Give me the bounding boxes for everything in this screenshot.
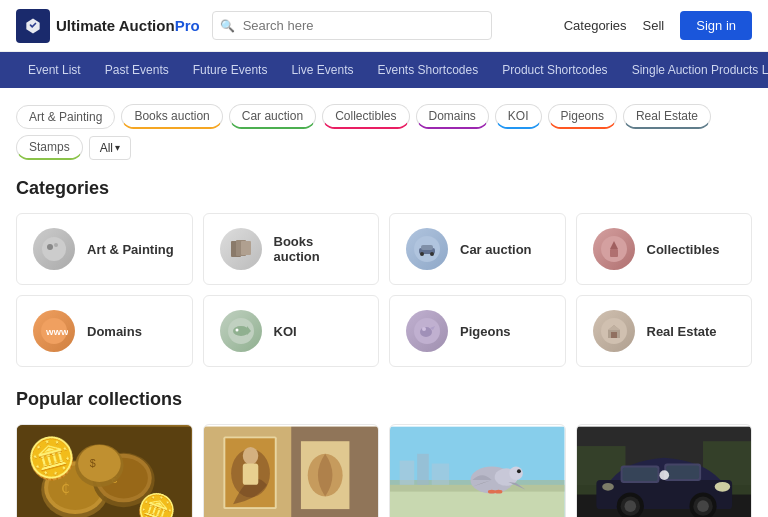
category-collectibles[interactable]: Collectibles [576,213,753,285]
navbar-item-product-shortcodes[interactable]: Product Shortcodes [490,52,619,88]
svg-point-55 [488,490,496,494]
main-content: Art & Painting Books auction Car auction… [0,88,768,517]
category-realestate-icon [593,310,635,352]
category-pigeons-icon [406,310,448,352]
popular-collections-section: Popular collections ₵ [16,389,752,517]
navbar-item-event-list[interactable]: Event List [16,52,93,88]
tab-collectibles[interactable]: Collectibles [322,104,409,129]
signin-button[interactable]: Sign in [680,11,752,40]
logo-icon [16,9,50,43]
tab-pigeons[interactable]: Pigeons [548,104,617,129]
svg-rect-64 [622,467,657,481]
search-bar: 🔍 [212,11,492,40]
categories-link[interactable]: Categories [564,18,627,33]
svg-point-54 [517,469,521,473]
collection-stemps[interactable]: ₵ € $ Stemps Auction Discover all 2 [16,424,193,517]
svg-point-66 [714,482,730,492]
svg-point-9 [420,252,424,256]
navbar-item-single-auction[interactable]: Single Auction Products List [620,52,768,88]
collections-grid: ₵ € $ Stemps Auction Discover all 2 [16,424,752,517]
tab-all-label: All [100,141,113,155]
svg-rect-48 [400,461,415,485]
navbar-item-live-events[interactable]: Live Events [279,52,365,88]
sell-link[interactable]: Sell [643,18,665,33]
category-art-name: Art & Painting [87,242,174,257]
collection-art-painting[interactable]: Art & Painting Auctions Discover all 4 o… [203,424,380,517]
collection-pigeon-image [390,425,565,517]
category-realestate-name: Real Estate [647,324,717,339]
svg-rect-5 [241,241,251,255]
svg-point-19 [420,327,432,337]
header-nav: Categories Sell Sign in [564,11,752,40]
category-car-name: Car auction [460,242,532,257]
category-books[interactable]: Books auction [203,213,380,285]
svg-point-10 [430,252,434,256]
tab-all[interactable]: All ▾ [89,136,131,160]
svg-point-56 [495,490,503,494]
tab-stamps[interactable]: Stamps [16,135,83,160]
category-car[interactable]: Car auction [389,213,566,285]
category-domains[interactable]: WWW Domains [16,295,193,367]
svg-point-33 [78,445,121,482]
svg-rect-12 [610,249,618,257]
tab-domains[interactable]: Domains [416,104,489,129]
category-koi-name: KOI [274,324,297,339]
collection-stemps-image: ₵ € $ [17,425,192,517]
navbar: Event List Past Events Future Events Liv… [0,52,768,88]
category-domains-icon: WWW [33,310,75,352]
svg-point-74 [659,470,669,480]
tab-art[interactable]: Art & Painting [16,105,115,129]
category-books-name: Books auction [274,234,363,264]
category-car-icon [406,228,448,270]
category-koi-icon [220,310,262,352]
header: Ultimate AuctionPro 🔍 Categories Sell Si… [0,0,768,52]
svg-point-20 [422,327,426,331]
chevron-down-icon: ▾ [115,142,120,153]
collection-bmw-image [577,425,752,517]
category-collectibles-name: Collectibles [647,242,720,257]
svg-rect-65 [666,465,699,479]
collection-bmw[interactable]: BMW Car Auction Discover all 1 objects A… [576,424,753,517]
svg-point-53 [509,466,523,480]
svg-text:WWW: WWW [46,328,68,337]
svg-rect-8 [421,245,433,250]
category-art-icon [33,228,75,270]
tab-realestate[interactable]: Real Estate [623,104,711,129]
collection-pigeon[interactable]: Pigeon Auction Discover all 3 objects AU… [389,424,566,517]
popular-collections-title: Popular collections [16,389,752,410]
svg-point-67 [602,483,614,491]
navbar-item-future-events[interactable]: Future Events [181,52,280,88]
category-collectibles-icon [593,228,635,270]
category-art[interactable]: Art & Painting [16,213,193,285]
svg-point-0 [42,237,66,261]
category-pigeons[interactable]: Pigeons [389,295,566,367]
tab-books[interactable]: Books auction [121,104,222,129]
svg-point-17 [235,329,238,332]
svg-rect-22 [611,332,617,338]
category-domains-name: Domains [87,324,142,339]
svg-point-16 [233,326,249,336]
svg-point-2 [54,243,58,247]
categories-grid: Art & Painting Books auction Car auction… [16,213,752,367]
collection-art-painting-image [204,425,379,517]
logo[interactable]: Ultimate AuctionPro [16,9,200,43]
svg-point-73 [697,500,709,512]
navbar-item-events-shortcodes[interactable]: Events Shortcodes [365,52,490,88]
tabs-row: Art & Painting Books auction Car auction… [16,104,752,160]
svg-rect-49 [417,454,429,485]
category-books-icon [220,228,262,270]
svg-point-1 [47,244,53,250]
svg-point-70 [624,500,636,512]
category-realestate[interactable]: Real Estate [576,295,753,367]
svg-point-43 [242,447,258,464]
search-input[interactable] [212,11,492,40]
tab-koi[interactable]: KOI [495,104,542,129]
svg-rect-50 [432,464,449,485]
category-koi[interactable]: KOI [203,295,380,367]
search-icon: 🔍 [220,19,235,33]
categories-section: Categories Art & Painting Books auction … [16,178,752,367]
category-pigeons-name: Pigeons [460,324,511,339]
tab-car[interactable]: Car auction [229,104,316,129]
navbar-item-past-events[interactable]: Past Events [93,52,181,88]
svg-text:₵: ₵ [61,481,70,496]
